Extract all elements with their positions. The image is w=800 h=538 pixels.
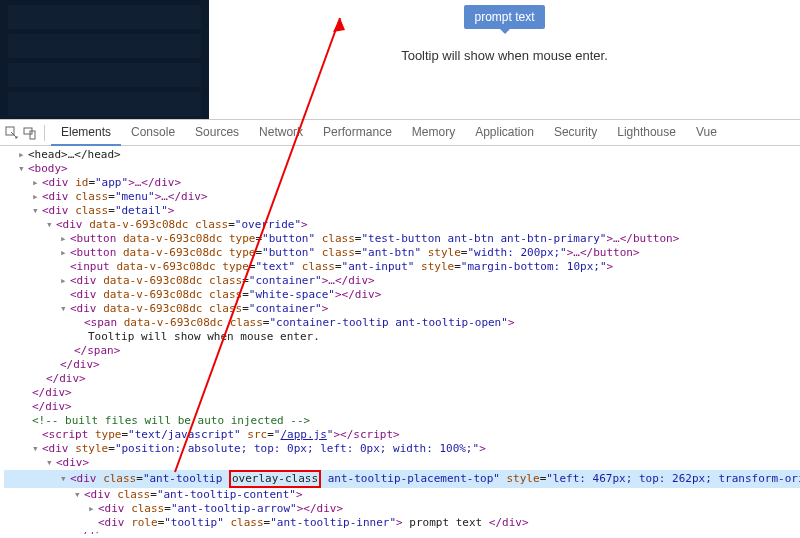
tab-application[interactable]: Application — [465, 120, 544, 146]
dom-node: ▾<div class="detail"> — [4, 204, 800, 218]
dom-node: </div> — [4, 530, 800, 534]
dom-node: ▾<body> — [4, 162, 800, 176]
preview-area: prompt text Tooltip will show when mouse… — [0, 0, 800, 119]
dom-node: ▸<div class="ant-tooltip-arrow"></div> — [4, 502, 800, 516]
devtools-tabs: Elements Console Sources Network Perform… — [51, 120, 727, 146]
dom-node: ▸<button data-v-693c08dc type="button" c… — [4, 246, 800, 260]
dom-node: ▾<div> — [4, 456, 800, 470]
dom-node: </span> — [4, 344, 800, 358]
dom-node: <div data-v-693c08dc class="white-space"… — [4, 288, 800, 302]
highlight-box: overlay-class — [229, 470, 321, 488]
tooltip: prompt text — [464, 5, 544, 29]
dom-node: ▸<div id="app">…</div> — [4, 176, 800, 190]
dom-node: ▾<div data-v-693c08dc class="override"> — [4, 218, 800, 232]
tab-lighthouse[interactable]: Lighthouse — [607, 120, 686, 146]
tab-vue[interactable]: Vue — [686, 120, 727, 146]
dom-node: <script type="text/javascript" src="/app… — [4, 428, 800, 442]
dom-node: <div role="tooltip" class="ant-tooltip-i… — [4, 516, 800, 530]
dom-node: ▸<head>…</head> — [4, 148, 800, 162]
dom-node: ▸<div data-v-693c08dc class="container">… — [4, 274, 800, 288]
dom-node: </div> — [4, 358, 800, 372]
devtools-panel: Elements Console Sources Network Perform… — [0, 119, 800, 534]
dom-node: <input data-v-693c08dc type="text" class… — [4, 260, 800, 274]
devtools-toolbar: Elements Console Sources Network Perform… — [0, 120, 800, 146]
dom-node: ▾<div class="ant-tooltip-content"> — [4, 488, 800, 502]
device-icon[interactable] — [22, 125, 38, 141]
dom-node: </div> — [4, 372, 800, 386]
app-sidebar — [0, 0, 209, 119]
dom-comment: <!-- built files will be auto injected -… — [4, 414, 800, 428]
tab-network[interactable]: Network — [249, 120, 313, 146]
tooltip-caption: Tooltip will show when mouse enter. — [209, 48, 800, 63]
dom-tree[interactable]: ▸<head>…</head> ▾<body> ▸<div id="app">…… — [0, 146, 800, 534]
dom-node: </div> — [4, 386, 800, 400]
preview-pane: prompt text Tooltip will show when mouse… — [209, 0, 800, 119]
tab-console[interactable]: Console — [121, 120, 185, 146]
dom-node: ▸<div class="menu">…</div> — [4, 190, 800, 204]
dom-node: <span data-v-693c08dc class="container-t… — [4, 316, 800, 330]
tab-memory[interactable]: Memory — [402, 120, 465, 146]
tab-elements[interactable]: Elements — [51, 120, 121, 146]
tab-sources[interactable]: Sources — [185, 120, 249, 146]
dom-text: Tooltip will show when mouse enter. — [4, 330, 800, 344]
inspect-icon[interactable] — [4, 125, 20, 141]
tab-performance[interactable]: Performance — [313, 120, 402, 146]
dom-node: ▸<button data-v-693c08dc type="button" c… — [4, 232, 800, 246]
dom-node: ▾<div style="position: absolute; top: 0p… — [4, 442, 800, 456]
tab-security[interactable]: Security — [544, 120, 607, 146]
dom-node-selected: ▾<div class="ant-tooltip overlay-class a… — [4, 470, 800, 488]
dom-node: </div> — [4, 400, 800, 414]
dom-node: ▾<div data-v-693c08dc class="container"> — [4, 302, 800, 316]
